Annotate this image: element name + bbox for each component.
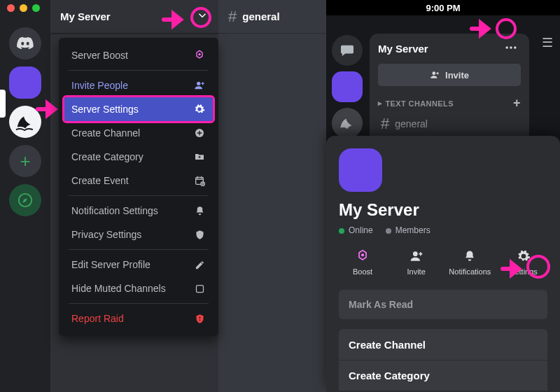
status-time: 9:00 PM [426, 3, 460, 13]
server-name-label: My Server [60, 10, 111, 22]
svg-point-10 [514, 46, 516, 48]
mobile-action-boost[interactable]: Boost [342, 248, 384, 276]
boost-icon [193, 49, 206, 62]
mobile-server-icon-midjourney[interactable] [332, 108, 363, 139]
bell-icon [461, 248, 478, 265]
gear-icon [515, 248, 532, 265]
server-icon-myserver[interactable] [9, 66, 41, 99]
svg-point-12 [361, 253, 364, 256]
ellipsis-icon[interactable] [504, 41, 518, 57]
menu-notification-settings[interactable]: Notification Settings [64, 199, 213, 223]
minimize-dot[interactable] [20, 4, 27, 12]
gear-icon [193, 103, 206, 115]
menu-hide-muted[interactable]: Hide Muted Channels [64, 276, 213, 300]
hash-icon: # [228, 8, 237, 26]
channel-header: # general [218, 0, 326, 34]
mobile-row-create-channel[interactable]: Create Channel [339, 329, 547, 360]
mobile-server-name: My Server [378, 43, 428, 55]
mobile-sheet-title: My Server [339, 200, 547, 220]
mobile-server-icon-myserver[interactable] [332, 71, 363, 102]
invite-icon [193, 79, 206, 92]
window-traffic-lights[interactable] [7, 4, 40, 12]
boost-icon [354, 248, 371, 265]
mobile-row-create-category[interactable]: Create Category [339, 360, 547, 391]
menu-create-event[interactable]: Create Event [64, 169, 213, 192]
mobile-section-label: TEXT CHANNELS [385, 99, 453, 108]
menu-create-category[interactable]: Create Category [64, 145, 213, 169]
close-dot[interactable] [7, 4, 15, 12]
menu-privacy-settings[interactable]: Privacy Settings [64, 223, 213, 246]
mobile-section-header[interactable]: ▸ TEXT CHANNELS + [378, 96, 521, 111]
svg-point-8 [506, 46, 508, 48]
server-rail: + [0, 0, 50, 392]
svg-point-13 [413, 251, 418, 256]
bell-icon [193, 204, 206, 217]
mobile-dm-button[interactable] [332, 35, 363, 66]
menu-report-raid[interactable]: Report Raid [64, 307, 213, 330]
server-dropdown: Server Boost Invite People Server Settin… [59, 38, 218, 336]
invite-icon [408, 248, 425, 265]
svg-point-2 [197, 82, 200, 85]
server-icon-midjourney[interactable] [9, 106, 41, 138]
pencil-icon [193, 258, 206, 271]
mobile-add-channel-icon[interactable]: + [513, 96, 521, 111]
online-count: Online [339, 225, 373, 235]
svg-point-9 [510, 46, 512, 48]
mobile-channel-panel: My Server Invite ▸ TEXT CHANNELS + # gen… [370, 34, 529, 136]
svg-point-7 [199, 319, 200, 321]
shield-icon [193, 228, 206, 241]
mobile-members-toggle[interactable]: ☰ [542, 35, 553, 50]
zoom-dot[interactable] [32, 4, 40, 12]
calendar-plus-icon [193, 174, 206, 187]
mobile-action-row: Boost Invite Notifications Settings [339, 248, 547, 276]
mobile-action-invite[interactable]: Invite [396, 248, 438, 276]
mobile-mark-as-read[interactable]: Mark As Read [339, 290, 547, 319]
mobile-action-settings[interactable]: Settings [503, 248, 545, 276]
mobile-invite-label: Invite [445, 70, 469, 80]
home-button[interactable] [9, 27, 41, 59]
menu-edit-server-profile[interactable]: Edit Server Profile [64, 253, 213, 276]
hash-icon: # [381, 115, 389, 133]
svg-point-1 [198, 53, 200, 55]
menu-server-settings[interactable]: Server Settings [64, 97, 213, 121]
chevron-down-icon [196, 9, 209, 24]
menu-server-boost[interactable]: Server Boost [64, 43, 213, 67]
menu-create-channel[interactable]: Create Channel [64, 121, 213, 145]
mobile-channel-general[interactable]: # general [378, 115, 521, 133]
mobile-top-layer: My Server Invite ▸ TEXT CHANNELS + # gen… [326, 15, 560, 136]
mobile-server-avatar [339, 148, 382, 192]
svg-rect-6 [196, 285, 203, 292]
mobile-action-notifications[interactable]: Notifications [449, 248, 491, 276]
mobile-server-stats: Online Members [339, 225, 547, 235]
channel-pane: # general [218, 0, 326, 392]
folder-plus-icon [193, 150, 206, 163]
add-server-button[interactable]: + [9, 145, 41, 177]
mobile-server-sheet: My Server Online Members Boost Invite No… [326, 136, 560, 392]
channel-name: general [242, 10, 279, 22]
explore-button[interactable] [9, 184, 41, 216]
mobile-channel-label: general [395, 118, 428, 130]
plus-circle-icon [193, 127, 206, 139]
shield-alert-icon [193, 312, 206, 325]
menu-invite-people[interactable]: Invite People [64, 74, 213, 97]
server-selection-pill [0, 90, 6, 118]
desktop-app: + My Server # general Server Boost Invit… [0, 0, 326, 392]
svg-point-11 [433, 71, 436, 75]
members-count: Members [386, 225, 430, 235]
status-bar: 9:00 PM [326, 0, 560, 15]
mobile-invite-button[interactable]: Invite [378, 64, 521, 86]
server-dropdown-toggle[interactable]: My Server [50, 0, 218, 34]
mobile-server-header[interactable]: My Server [378, 41, 521, 57]
mobile-server-rail [326, 31, 368, 139]
checkbox-icon [193, 282, 206, 295]
mobile-app: 9:00 PM My Server Invite ▸ TEXT CHANNELS… [326, 0, 560, 392]
